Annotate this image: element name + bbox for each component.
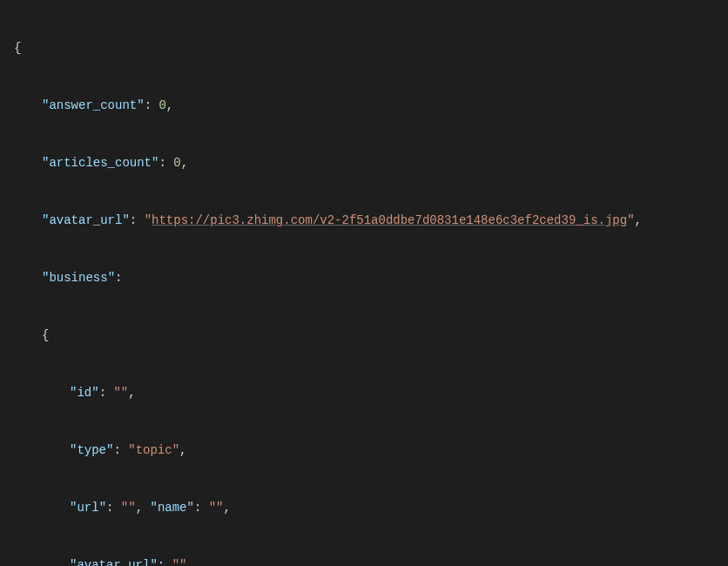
url-link[interactable]: https://pic3.zhimg.com/v2-2f51a0ddbe7d08… xyxy=(152,213,627,227)
code-editor[interactable]: { "answer_count": 0, "articles_count": 0… xyxy=(0,0,728,566)
code-line: "url": "", "name": "", xyxy=(0,498,728,517)
code-line: "business": xyxy=(0,268,728,287)
code-line: "type": "topic", xyxy=(0,441,728,460)
code-line: "answer_count": 0, xyxy=(0,96,728,115)
code-line: "id": "", xyxy=(0,383,728,402)
json-key: avatar_url xyxy=(77,558,150,566)
code-line: "avatar_url": "https://pic3.zhimg.com/v2… xyxy=(0,211,728,230)
code-line: "avatar_url": "", xyxy=(0,556,728,566)
json-key: answer_count xyxy=(49,98,137,112)
code-line: { xyxy=(0,38,728,57)
json-value: topic xyxy=(136,443,172,457)
json-key: id xyxy=(77,386,91,400)
json-key: articles_count xyxy=(49,156,152,170)
json-key: type xyxy=(77,443,106,457)
open-brace: { xyxy=(14,41,21,55)
json-key: avatar_url xyxy=(49,213,122,227)
json-key: business xyxy=(49,271,107,285)
json-key: url xyxy=(77,501,98,515)
code-line: { xyxy=(0,326,728,345)
json-key: name xyxy=(158,501,187,515)
json-value: 0 xyxy=(173,156,180,170)
json-value: 0 xyxy=(158,98,165,112)
code-line: "articles_count": 0, xyxy=(0,153,728,172)
